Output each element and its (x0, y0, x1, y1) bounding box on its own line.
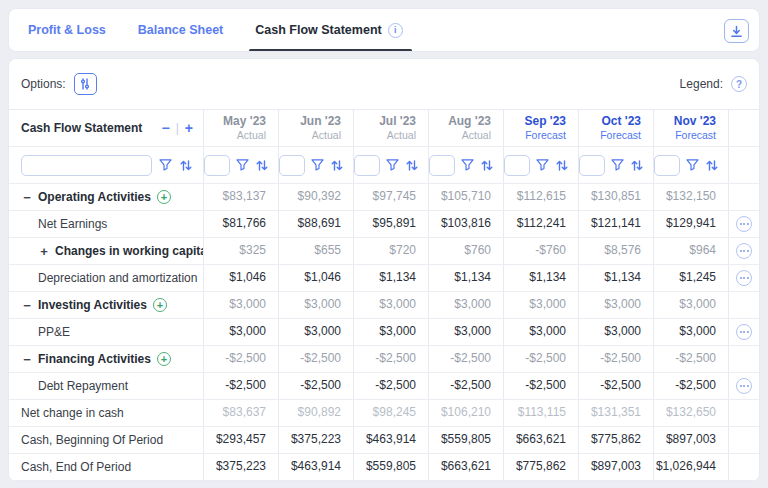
statement-panel: Options: Legend: ? Cash Flow Statement −… (8, 58, 760, 482)
tab-profit-loss[interactable]: Profit & Loss (28, 23, 106, 37)
column-type-label: Forecast (600, 129, 641, 142)
tab-cash-flow-statement[interactable]: Cash Flow Statementi (255, 23, 402, 38)
tab-balance-sheet[interactable]: Balance Sheet (138, 23, 223, 37)
value-cell: $655 (278, 238, 353, 264)
funnel-icon[interactable] (236, 159, 249, 171)
table-row: Net Earnings$81,766$88,691$95,891$103,81… (9, 211, 759, 238)
column-filter-input[interactable] (354, 155, 380, 176)
value-cell: $3,000 (428, 292, 503, 318)
sort-icon[interactable] (480, 159, 494, 172)
value-cell: $775,862 (503, 454, 578, 480)
funnel-icon[interactable] (536, 159, 549, 171)
add-line-icon[interactable]: + (153, 298, 167, 312)
funnel-icon[interactable] (159, 159, 172, 171)
info-icon[interactable]: i (388, 23, 403, 38)
row-actions-cell (728, 265, 759, 291)
sort-icon[interactable] (405, 159, 419, 172)
sort-icon[interactable] (705, 159, 719, 172)
row-label-cell: +Changes in working capital+ (9, 238, 203, 264)
value-cell: $325 (203, 238, 278, 264)
value-cell: -$760 (503, 238, 578, 264)
table-title: Cash Flow Statement (21, 121, 142, 135)
sort-icon[interactable] (330, 159, 344, 172)
tab-label: Balance Sheet (138, 23, 223, 37)
add-line-icon[interactable]: + (157, 352, 171, 366)
table-row: Net change in cash$83,637$90,892$98,245$… (9, 400, 759, 427)
row-label: Net change in cash (21, 406, 124, 420)
more-options-icon[interactable] (736, 243, 752, 259)
tab-label: Profit & Loss (28, 23, 106, 37)
column-header-sep-23: Sep '23Forecast (503, 110, 578, 146)
value-cell: -$2,500 (653, 346, 728, 372)
sort-icon[interactable] (179, 159, 193, 172)
value-cell: -$2,500 (428, 346, 503, 372)
row-label-cell: Cash, End Of Period (9, 454, 203, 480)
row-label: Net Earnings (38, 217, 107, 231)
value-cell: -$2,500 (278, 346, 353, 372)
value-cell: $3,000 (203, 319, 278, 345)
more-options-icon[interactable] (736, 270, 752, 286)
table-row: Debt Repayment-$2,500-$2,500-$2,500-$2,5… (9, 373, 759, 400)
expand-row-icon[interactable]: + (38, 244, 50, 259)
collapse-row-icon[interactable]: − (21, 352, 33, 367)
row-actions-cell (728, 238, 759, 264)
sort-icon[interactable] (555, 159, 569, 172)
value-cell: $112,241 (503, 211, 578, 237)
help-icon[interactable]: ? (731, 76, 747, 92)
value-cell: $3,000 (503, 292, 578, 318)
column-filter-cell (503, 147, 578, 183)
funnel-icon[interactable] (311, 159, 324, 171)
value-cell: $132,650 (653, 400, 728, 426)
column-type-label: Forecast (525, 129, 566, 142)
expand-collapse-controls: − | + (162, 121, 194, 135)
value-cell: $1,046 (203, 265, 278, 291)
column-filter-input[interactable] (429, 155, 455, 176)
tab-label: Cash Flow Statement (255, 23, 381, 37)
value-cell: $130,851 (578, 184, 653, 210)
column-filter-input[interactable] (279, 155, 305, 176)
column-filter-input[interactable] (204, 155, 230, 176)
table-row: Depreciation and amortization$1,046$1,04… (9, 265, 759, 292)
value-cell: $8,576 (578, 238, 653, 264)
funnel-icon[interactable] (686, 159, 699, 171)
row-label-cell: Net change in cash (9, 400, 203, 426)
options-filter-button[interactable] (74, 73, 97, 95)
column-header-jul-23: Jul '23Actual (353, 110, 428, 146)
value-cell: $559,805 (353, 454, 428, 480)
download-button[interactable] (724, 19, 749, 43)
column-type-label: Actual (237, 129, 266, 142)
column-header-aug-23: Aug '23Actual (428, 110, 503, 146)
column-filter-input[interactable] (504, 155, 530, 176)
value-cell: $293,457 (203, 427, 278, 453)
funnel-icon[interactable] (386, 159, 399, 171)
column-filter-input[interactable] (654, 155, 680, 176)
value-cell: $1,134 (578, 265, 653, 291)
funnel-icon[interactable] (461, 159, 474, 171)
value-cell: $463,914 (353, 427, 428, 453)
row-filter-input[interactable] (21, 155, 152, 176)
add-line-icon[interactable]: + (157, 190, 171, 204)
row-label-cell: −Financing Activities+ (9, 346, 203, 372)
collapse-all-button[interactable]: − (162, 121, 170, 135)
table-row: Cash, End Of Period$375,223$463,914$559,… (9, 454, 759, 481)
collapse-row-icon[interactable]: − (21, 190, 33, 205)
value-cell: -$2,500 (353, 373, 428, 399)
row-label-cell: PP&E (9, 319, 203, 345)
more-options-icon[interactable] (736, 378, 752, 394)
tabs-card: Profit & LossBalance SheetCash Flow Stat… (8, 8, 760, 52)
expand-all-button[interactable]: + (185, 121, 193, 135)
value-cell: -$2,500 (653, 373, 728, 399)
value-cell: $129,941 (653, 211, 728, 237)
value-cell: $559,805 (428, 427, 503, 453)
more-options-icon[interactable] (736, 216, 752, 232)
collapse-row-icon[interactable]: − (21, 298, 33, 313)
column-header-jun-23: Jun '23Actual (278, 110, 353, 146)
column-filter-cell (353, 147, 428, 183)
row-label-cell: Net Earnings (9, 211, 203, 237)
funnel-icon[interactable] (611, 159, 624, 171)
sort-icon[interactable] (255, 159, 269, 172)
value-cell: $103,816 (428, 211, 503, 237)
column-filter-input[interactable] (579, 155, 605, 176)
sort-icon[interactable] (630, 159, 644, 172)
more-options-icon[interactable] (736, 324, 752, 340)
